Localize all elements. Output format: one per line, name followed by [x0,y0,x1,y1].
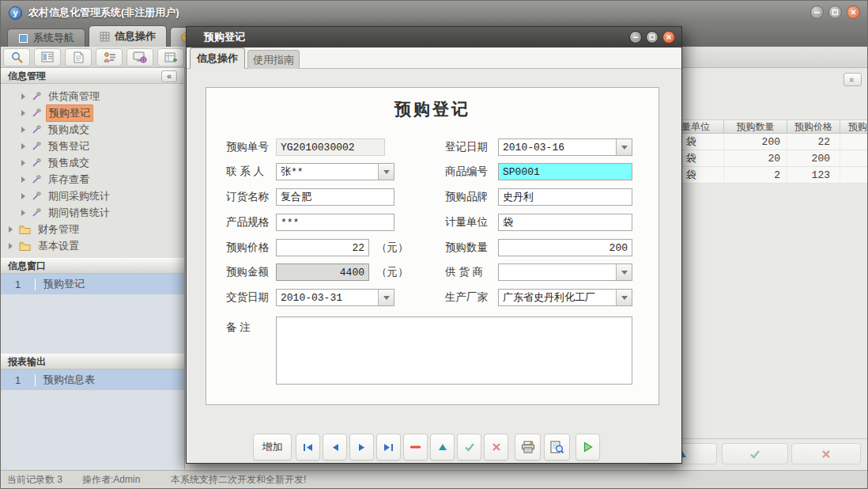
printer-icon [521,441,535,453]
folder-icon [19,241,31,251]
quantity-field[interactable] [498,239,632,256]
product-code-field[interactable] [498,163,632,180]
dialog-tab-user-guide[interactable]: 使用指南 [247,50,300,69]
remark-label: 备 注 [226,319,251,336]
dialog-minimize-button[interactable] [629,31,642,44]
grid-cell[interactable]: 200 [724,134,787,150]
dialog-tabstrip: 信息操作 使用指南 [187,47,681,69]
first-record-button[interactable] [296,434,320,461]
tree-item-sales-stats[interactable]: 期间销售统计 [21,205,112,221]
contact-combo[interactable]: 张** [276,163,394,180]
minimize-button[interactable] [810,6,824,19]
tab-system-nav[interactable]: 系统导航 [7,28,85,47]
delivery-date-label: 交货日期 [226,289,269,306]
spec-label: 产品规格 [226,214,269,231]
reg-date-combo[interactable]: 2010-03-16 [498,138,632,156]
info-window-row[interactable]: 1 预购登记 [1,274,184,294]
tree-item-prebuy-register[interactable]: 预购登记 [21,105,93,121]
sidebar-collapse-button[interactable]: « [161,70,177,82]
remark-textarea[interactable] [276,317,632,385]
dropdown-arrow-icon[interactable] [616,264,632,280]
tool-icon [32,108,41,118]
monitor-globe-icon [133,51,147,63]
dialog-tab-info-operation[interactable]: 信息操作 [190,47,245,69]
tool-icon [32,208,41,218]
cancel-button[interactable] [484,434,508,461]
confirm-button[interactable] [457,434,481,461]
grid-cell[interactable]: 200 [787,150,840,167]
table-add-icon [164,51,178,63]
grid-cell[interactable]: 2 [724,167,787,184]
edit-record-button[interactable] [430,434,455,461]
tree-folder-basic-settings[interactable]: 基本设置 [9,238,81,254]
expand-arrow-icon [21,110,25,116]
tree-item-stock-view[interactable]: 库存查看 [21,172,92,188]
maximize-button[interactable] [828,6,842,19]
user-report-button[interactable] [96,48,123,66]
prev-record-button[interactable] [323,434,347,461]
supplier-label: 供 货 商 [445,263,483,281]
search-icon [10,51,24,63]
tree-item-presale-register[interactable]: 预售登记 [21,138,92,154]
prebuy-register-dialog: 预购登记 信息操作 使用指南 预购登记 预购单号 登记日期 2010-03-16… [186,26,682,464]
report-output-header: 报表输出 [1,354,184,370]
grid-cell[interactable] [840,150,868,167]
print-button[interactable] [515,434,541,461]
check-icon [749,449,760,459]
grid-cell[interactable]: 20 [724,150,787,167]
report-output-row[interactable]: 1 预购信息表 [1,370,184,390]
dropdown-arrow-icon[interactable] [378,290,394,305]
delete-record-button[interactable] [403,434,428,461]
supplier-combo[interactable] [498,263,632,281]
tree-item-prebuy-deal[interactable]: 预购成交 [21,122,92,138]
next-record-icon [358,443,366,452]
order-name-field[interactable] [276,188,394,206]
table-add-button[interactable] [157,48,184,66]
manufacturer-label: 生产厂家 [445,289,488,306]
application-window: y 农村信息化管理系统(非注册用户) 系统导航 信息操作 ? 使用指南 [0,0,868,489]
grid-collapse-button[interactable]: « [843,73,862,86]
brand-label: 预购品牌 [445,188,488,206]
background-confirm-button[interactable] [722,443,788,464]
tool-icon [32,158,41,168]
search-button[interactable] [3,48,30,66]
document-button[interactable] [65,48,92,66]
dialog-close-button[interactable] [662,31,675,44]
dropdown-arrow-icon[interactable] [378,164,394,180]
price-field[interactable] [276,239,369,256]
grid-cell[interactable]: 22 [787,134,840,150]
last-record-button[interactable] [376,434,401,461]
grid-cell[interactable] [840,167,868,184]
form-list-button[interactable] [34,48,61,66]
spec-field[interactable] [276,214,394,231]
expand-arrow-icon [21,127,25,133]
add-record-button[interactable]: 增加 [253,434,292,461]
tree-folder-finance[interactable]: 财务管理 [9,222,81,237]
dialog-maximize-button[interactable] [646,31,659,44]
dropdown-arrow-icon[interactable] [616,139,632,155]
unit-field[interactable] [498,214,632,231]
reg-date-label: 登记日期 [445,138,488,156]
grid-cell[interactable] [840,134,868,150]
tree-item-supplier-mgmt[interactable]: 供货商管理 [21,89,102,104]
tab-info-operation[interactable]: 信息操作 [89,25,167,47]
next-record-button[interactable] [349,434,374,461]
expand-arrow-icon [21,176,25,183]
minus-icon [410,445,421,449]
monitor-globe-button[interactable] [126,48,153,66]
grid-cell[interactable]: 123 [787,167,840,184]
dropdown-arrow-icon[interactable] [616,290,632,305]
print-preview-button[interactable] [544,434,570,461]
tool-icon [32,92,41,101]
app-logo-icon: y [9,6,22,20]
order-no-label: 预购单号 [226,138,269,156]
info-window-list: 1 预购登记 [1,274,184,354]
close-button[interactable] [847,6,860,19]
tree-item-purchase-stats[interactable]: 期间采购统计 [21,188,112,204]
manufacturer-combo[interactable]: 广东省史丹利化工厂 [498,289,632,306]
tree-item-presale-deal[interactable]: 预售成交 [21,155,92,171]
execute-button[interactable] [576,434,600,461]
brand-field[interactable] [498,188,632,206]
delivery-date-combo[interactable]: 2010-03-31 [276,289,394,306]
background-cancel-button[interactable] [791,443,861,464]
